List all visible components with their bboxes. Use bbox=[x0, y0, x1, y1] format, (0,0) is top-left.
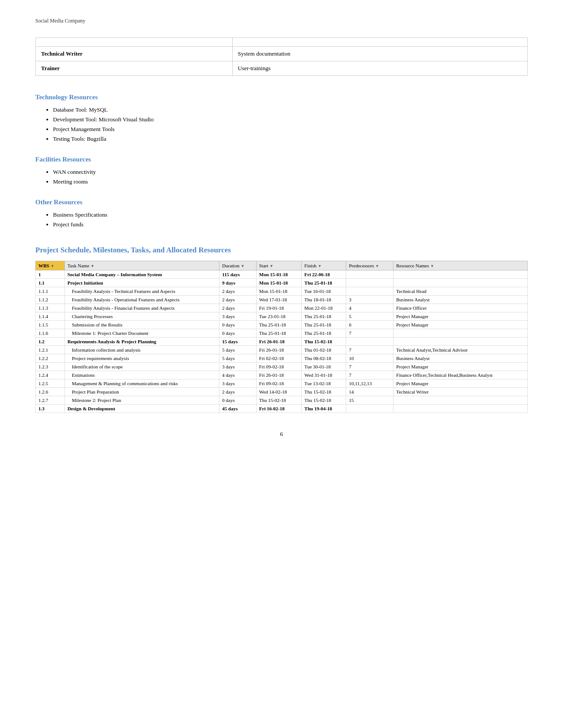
wbs-cell: 1.1.1 bbox=[36, 287, 65, 296]
finish-cell: Tue 16-01-18 bbox=[302, 287, 346, 296]
task-name-header: Task Name ▼ bbox=[64, 261, 219, 270]
task-name-cell: Information collection and analysis bbox=[64, 346, 219, 354]
table-header-row: WBS ▼ Task Name ▼ Duration ▼ Start ▼ Fin… bbox=[36, 261, 528, 270]
predecessors-cell: 6 bbox=[346, 321, 393, 329]
predecessors-cell bbox=[346, 279, 393, 287]
finish-cell: Wed 31-01-18 bbox=[302, 371, 346, 379]
finish-header: Finish ▼ bbox=[302, 261, 346, 270]
duration-cell: 45 days bbox=[219, 405, 257, 413]
table-row: 1.1.6 Milestone 1: Project Charter Docum… bbox=[36, 329, 528, 338]
wbs-cell: 1.2.1 bbox=[36, 346, 65, 354]
list-item: Business Specifications bbox=[53, 211, 528, 218]
finish-cell: Thu 15-02-18 bbox=[302, 338, 346, 346]
task-name-cell: Chartering Processes bbox=[64, 312, 219, 321]
finish-cell: Thu 15-02-18 bbox=[302, 396, 346, 405]
task-name-cell: Social Media Company – Information Syste… bbox=[64, 270, 219, 279]
table-row: 1.1.2 Feasibility Analysis - Operational… bbox=[36, 296, 528, 304]
wbs-cell: 1.1.3 bbox=[36, 304, 65, 312]
start-cell: Mon 15-01-18 bbox=[256, 270, 302, 279]
sort-icon: ▼ bbox=[269, 264, 273, 268]
resource-names-cell bbox=[393, 279, 528, 287]
technology-resources-list: Database Tool: MySQL Development Tool: M… bbox=[53, 106, 528, 143]
resource-names-cell: Project Manager bbox=[393, 363, 528, 371]
wbs-cell: 1.3 bbox=[36, 405, 65, 413]
resource-names-cell: Project Manager bbox=[393, 312, 528, 321]
resource-names-cell: Finance Officer,Technical Head,Business … bbox=[393, 371, 528, 379]
other-resources-list: Business Specifications Project funds bbox=[53, 211, 528, 228]
start-cell: Fri 26-01-18 bbox=[256, 338, 302, 346]
duration-cell: 3 days bbox=[219, 379, 257, 388]
responsibility-cell: User-trainings bbox=[232, 61, 527, 76]
facilities-resources-list: WAN connectivity Meeting rooms bbox=[53, 169, 528, 185]
task-name-cell: Project requirements analysis bbox=[64, 354, 219, 363]
list-item: Project funds bbox=[53, 221, 528, 228]
schedule-table: WBS ▼ Task Name ▼ Duration ▼ Start ▼ Fin… bbox=[35, 261, 528, 413]
list-item: Development Tool: Microsoft Visual Studi… bbox=[53, 116, 528, 123]
duration-cell: 2 days bbox=[219, 296, 257, 304]
finish-cell: Thu 08-02-18 bbox=[302, 354, 346, 363]
predecessors-cell: 7 bbox=[346, 346, 393, 354]
table-row: 1.2.5 Management & Planning of communica… bbox=[36, 379, 528, 388]
wbs-cell: 1.1 bbox=[36, 279, 65, 287]
duration-cell: 115 days bbox=[219, 270, 257, 279]
sort-icon: ▼ bbox=[50, 264, 54, 268]
wbs-cell: 1.2.2 bbox=[36, 354, 65, 363]
task-name-cell: Feasibility Analysis - Technical Feature… bbox=[64, 287, 219, 296]
task-name-cell: Identification of the scope bbox=[64, 363, 219, 371]
start-cell: Fri 16-02-18 bbox=[256, 405, 302, 413]
task-name-cell: Management & Planning of communications … bbox=[64, 379, 219, 388]
table-row: 1.2.4 Estimations 4 days Fri 26-01-18 We… bbox=[36, 371, 528, 379]
task-name-cell: Requirements Analysis & Project Planning bbox=[64, 338, 219, 346]
resource-names-cell bbox=[393, 396, 528, 405]
resource-names-cell: Technical Writer bbox=[393, 388, 528, 396]
duration-cell: 0 days bbox=[219, 329, 257, 338]
finish-cell: Thu 25-01-18 bbox=[302, 312, 346, 321]
resource-names-cell bbox=[393, 270, 528, 279]
table-row-tech-writer: Technical Writer System documentation bbox=[36, 47, 528, 61]
role-cell: Trainer bbox=[36, 61, 233, 76]
table-row: 1.2.1 Information collection and analysi… bbox=[36, 346, 528, 354]
start-cell: Fri 26-01-18 bbox=[256, 371, 302, 379]
wbs-cell: 1.2.7 bbox=[36, 396, 65, 405]
start-cell: Fri 26-01-18 bbox=[256, 346, 302, 354]
start-cell: Fri 09-02-18 bbox=[256, 379, 302, 388]
table-row: 1.1.5 Submission of the Results 0 days T… bbox=[36, 321, 528, 329]
predecessors-cell: 7 bbox=[346, 363, 393, 371]
wbs-cell: 1.1.6 bbox=[36, 329, 65, 338]
facilities-resources-heading: Facilities Resources bbox=[35, 156, 528, 163]
task-name-cell: Feasibility Analysis - Operational Featu… bbox=[64, 296, 219, 304]
finish-cell: Tue 13-02-18 bbox=[302, 379, 346, 388]
resource-names-cell: Finance Officer bbox=[393, 304, 528, 312]
wbs-cell: 1.1.5 bbox=[36, 321, 65, 329]
duration-cell: 3 days bbox=[219, 312, 257, 321]
predecessors-header: Predecessors ▼ bbox=[346, 261, 393, 270]
wbs-cell: 1 bbox=[36, 270, 65, 279]
wbs-cell: 1.2.3 bbox=[36, 363, 65, 371]
finish-cell: Mon 22-01-18 bbox=[302, 304, 346, 312]
finish-cell: Thu 18-01-18 bbox=[302, 296, 346, 304]
sort-icon: ▼ bbox=[241, 264, 245, 268]
duration-cell: 3 days bbox=[219, 363, 257, 371]
table-row: 1.1 Project Initiation 9 days Mon 15-01-… bbox=[36, 279, 528, 287]
wbs-cell: 1.1.4 bbox=[36, 312, 65, 321]
start-cell: Fri 09-02-18 bbox=[256, 363, 302, 371]
predecessors-cell: 5 bbox=[346, 312, 393, 321]
list-item: Database Tool: MySQL bbox=[53, 106, 528, 113]
resource-names-cell: Business Analyst bbox=[393, 354, 528, 363]
finish-cell: Thu 01-02-18 bbox=[302, 346, 346, 354]
resource-names-cell: Technical Head bbox=[393, 287, 528, 296]
duration-header: Duration ▼ bbox=[219, 261, 257, 270]
resource-table: Technical Writer System documentation Tr… bbox=[35, 38, 528, 76]
start-cell: Tue 23-01-18 bbox=[256, 312, 302, 321]
technology-resources-heading: Technology Resources bbox=[35, 94, 528, 101]
predecessors-cell bbox=[346, 270, 393, 279]
finish-cell: Thu 25-01-18 bbox=[302, 321, 346, 329]
task-name-cell: Project Initiation bbox=[64, 279, 219, 287]
predecessors-cell: 4 bbox=[346, 304, 393, 312]
table-row: 1.2.7 Milestone 2: Project Plan 0 days T… bbox=[36, 396, 528, 405]
resource-names-cell: Technical Analyst,Technical Advisor bbox=[393, 346, 528, 354]
duration-cell: 5 days bbox=[219, 346, 257, 354]
table-row: 1.2.3 Identification of the scope 3 days… bbox=[36, 363, 528, 371]
start-cell: Wed 14-02-18 bbox=[256, 388, 302, 396]
predecessors-cell: 7 bbox=[346, 329, 393, 338]
